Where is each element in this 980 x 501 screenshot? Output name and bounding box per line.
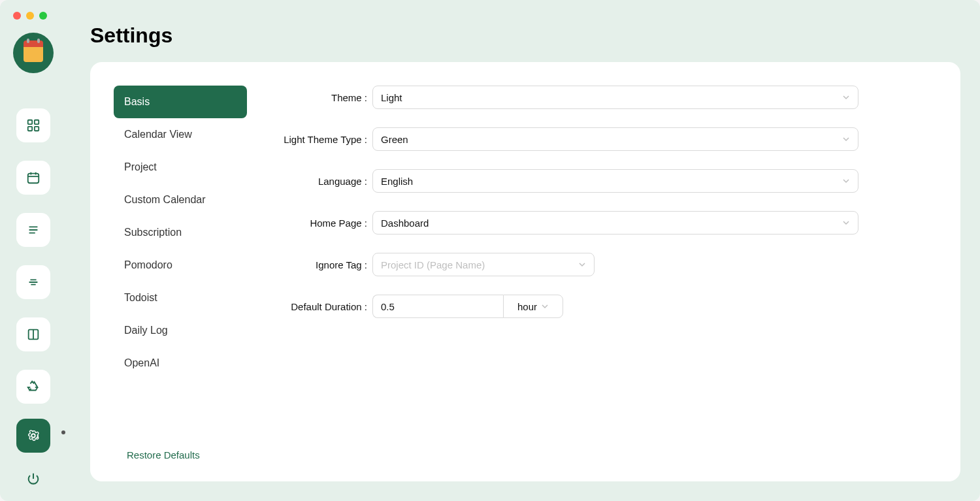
- power-icon: [26, 472, 41, 486]
- calendar-logo-icon: [24, 44, 43, 62]
- maximize-window-button[interactable]: [39, 12, 47, 20]
- tab-openai[interactable]: OpenAI: [114, 347, 247, 380]
- sidebar-calendar[interactable]: [16, 161, 50, 195]
- tab-pomodoro[interactable]: Pomodoro: [114, 249, 247, 282]
- svg-rect-2: [28, 127, 32, 131]
- select-ignore-tag[interactable]: Project ID (Page Name): [372, 253, 595, 276]
- minimize-window-button[interactable]: [26, 12, 34, 20]
- label-default-duration: Default Duration: [261, 301, 372, 312]
- align-center-icon: [26, 275, 41, 289]
- settings-tabs: Basis Calendar View Project Custom Calen…: [114, 86, 247, 458]
- svg-rect-1: [35, 120, 39, 124]
- select-language-value: English: [381, 176, 413, 187]
- tab-custom-calendar[interactable]: Custom Calendar: [114, 184, 247, 216]
- tab-daily-log[interactable]: Daily Log: [114, 314, 247, 347]
- duration-unit-value: hour: [517, 301, 537, 312]
- settings-form: Theme Light Light Theme Type Green: [247, 86, 937, 458]
- sidebar-recycle[interactable]: [16, 370, 50, 404]
- app-window: Settings Basis Calendar View Project Cus…: [0, 0, 980, 501]
- sidebar-list[interactable]: [16, 213, 50, 247]
- label-ignore-tag: Ignore Tag: [261, 259, 372, 270]
- app-logo[interactable]: [13, 33, 54, 73]
- sidebar-columns[interactable]: [16, 317, 50, 351]
- row-default-duration: Default Duration hour: [261, 295, 858, 318]
- select-light-theme-type-value: Green: [381, 134, 408, 145]
- dashboard-icon: [26, 118, 41, 133]
- chevron-down-icon: [578, 261, 586, 268]
- gear-icon: [26, 428, 41, 443]
- chevron-down-icon: [842, 93, 850, 101]
- sidebar-settings[interactable]: [16, 419, 50, 453]
- row-home-page: Home Page Dashboard: [261, 211, 858, 234]
- tab-project[interactable]: Project: [114, 151, 247, 184]
- sidebar: [0, 0, 67, 501]
- label-home-page: Home Page: [261, 218, 372, 229]
- select-light-theme-type[interactable]: Green: [372, 127, 858, 151]
- sidebar-align[interactable]: [16, 265, 50, 299]
- columns-icon: [26, 327, 41, 342]
- tab-basis[interactable]: Basis: [114, 86, 247, 118]
- tab-calendar-view[interactable]: Calendar View: [114, 118, 247, 151]
- chevron-down-icon: [842, 177, 850, 185]
- tab-subscription[interactable]: Subscription: [114, 216, 247, 249]
- label-language: Language: [261, 176, 372, 187]
- main-content: Settings Basis Calendar View Project Cus…: [67, 0, 980, 501]
- sidebar-power[interactable]: [20, 466, 46, 492]
- restore-defaults-link[interactable]: Restore Defaults: [127, 449, 200, 461]
- tab-todoist[interactable]: Todoist: [114, 282, 247, 314]
- calendar-icon: [26, 170, 41, 185]
- row-language: Language English: [261, 169, 858, 193]
- window-controls: [13, 12, 47, 20]
- sidebar-dashboard[interactable]: [16, 108, 50, 142]
- select-theme[interactable]: Light: [372, 86, 858, 109]
- settings-card: Basis Calendar View Project Custom Calen…: [90, 62, 960, 481]
- row-light-theme-type: Light Theme Type Green: [261, 127, 858, 151]
- svg-rect-0: [28, 120, 32, 124]
- list-icon: [26, 223, 41, 237]
- select-home-page[interactable]: Dashboard: [372, 211, 858, 234]
- row-ignore-tag: Ignore Tag Project ID (Page Name): [261, 253, 858, 276]
- label-theme: Theme: [261, 92, 372, 103]
- select-theme-value: Light: [381, 92, 402, 103]
- input-default-duration[interactable]: [372, 295, 503, 318]
- label-light-theme-type: Light Theme Type: [261, 134, 372, 145]
- recycle-icon: [26, 380, 41, 394]
- chevron-down-icon: [842, 219, 850, 227]
- svg-rect-4: [28, 174, 39, 184]
- chevron-down-icon: [842, 135, 850, 143]
- select-duration-unit[interactable]: hour: [503, 295, 563, 318]
- select-language[interactable]: English: [372, 169, 858, 193]
- sidebar-nav: [16, 108, 50, 404]
- row-theme: Theme Light: [261, 86, 858, 109]
- select-ignore-tag-placeholder: Project ID (Page Name): [381, 259, 485, 270]
- chevron-down-icon: [541, 302, 549, 310]
- svg-rect-3: [35, 127, 39, 131]
- select-home-page-value: Dashboard: [381, 218, 429, 229]
- close-window-button[interactable]: [13, 12, 21, 20]
- active-indicator-dot: [61, 430, 65, 434]
- sidebar-bottom: [16, 419, 50, 492]
- page-title: Settings: [90, 24, 960, 48]
